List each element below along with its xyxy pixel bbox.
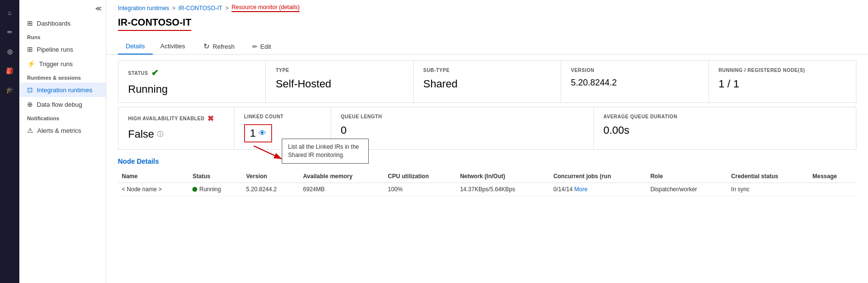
card-running-nodes: RUNNING / REGISTERED NODE(S) 1 / 1 [709, 61, 856, 102]
tooltip-container: List all the Linked IRs in the Shared IR… [249, 143, 288, 164]
card-version: VERSION 5.20.8244.2 [561, 61, 709, 102]
breadcrumb: Integration runtimes > IR-CONTOSO-IT > R… [106, 0, 868, 16]
eye-icon[interactable]: 👁 [259, 129, 266, 138]
sidebar-collapse-button[interactable]: ≪ [19, 4, 106, 16]
alerts-metrics-icon: ⚠ [27, 127, 33, 134]
breadcrumb-integration-runtimes[interactable]: Integration runtimes [118, 5, 169, 12]
graduate-nav-icon[interactable]: 🎓 [1, 81, 18, 99]
row-version: 5.20.8244.2 [242, 183, 299, 196]
integration-runtimes-icon: ⊡ [27, 86, 33, 94]
home-nav-icon[interactable]: ⌂ [1, 4, 18, 21]
row-cpu-utilization: 100% [384, 183, 456, 196]
status-value: Running [128, 83, 256, 96]
breadcrumb-sep-2: > [225, 5, 229, 12]
queue-length-value: 0 [341, 124, 584, 137]
table-row: < Node name > Running 5.20.8244.2 6924MB… [118, 183, 856, 196]
col-name: Name [118, 170, 188, 183]
high-availability-label: HIGH AVAILABILITY ENABLED [128, 116, 204, 121]
row-network: 14.37KBps/5.64KBps [456, 183, 550, 196]
main-content: Integration runtimes > IR-CONTOSO-IT > R… [106, 0, 868, 283]
node-table: Name Status Version Available memory CPU… [118, 170, 856, 196]
row-concurrent-jobs: 0/14/14 More [550, 183, 647, 196]
linked-count-box[interactable]: 1 👁 [244, 124, 272, 142]
cards-row-2: HIGH AVAILABILITY ENABLED ✖ False ⓘ LINK… [118, 107, 856, 150]
card-type: TYPE Self-Hosted [266, 61, 413, 102]
col-version: Version [242, 170, 299, 183]
version-label: VERSION [571, 68, 594, 73]
tooltip-box: List all the Linked IRs in the Shared IR… [282, 139, 369, 164]
sidebar-item-trigger-runs[interactable]: ⚡ Trigger runs [19, 57, 106, 71]
col-message: Message [809, 170, 856, 183]
breadcrumb-ir-contoso-it[interactable]: IR-CONTOSO-IT [178, 5, 222, 12]
svg-line-1 [254, 146, 282, 159]
queue-length-label: QUEUE LENGTH [341, 114, 382, 119]
row-available-memory: 6924MB [299, 183, 384, 196]
breadcrumb-sep-1: > [172, 5, 175, 12]
data-flow-debug-icon: ⊕ [27, 100, 33, 108]
refresh-button[interactable]: ↻ Refresh [197, 39, 242, 54]
tooltip-text: List all the Linked IRs in the Shared IR… [288, 143, 359, 158]
edit-nav-icon[interactable]: ✏ [1, 23, 18, 41]
status-label: STATUS [128, 71, 148, 76]
sidebar-section-runs: Runs [19, 30, 106, 42]
refresh-icon: ↻ [203, 42, 210, 51]
row-name: < Node name > [118, 183, 188, 196]
col-credential-status: Credential status [727, 170, 809, 183]
tab-activities[interactable]: Activities [153, 39, 193, 55]
linked-count-number: 1 [250, 127, 256, 140]
row-status: Running [188, 183, 242, 196]
refresh-label: Refresh [213, 43, 235, 50]
linked-count-label: LINKED COUNT [244, 114, 284, 119]
avg-queue-duration-label: AVERAGE QUEUE DURATION [604, 114, 678, 119]
pipeline-runs-icon: ⊞ [27, 45, 33, 53]
running-dot [192, 187, 197, 192]
breadcrumb-current: Resource monitor (details) [231, 4, 300, 12]
version-value: 5.20.8244.2 [571, 78, 698, 88]
sidebar-icon-nav: ⌂ ✏ ◎ 🎒 🎓 [0, 0, 19, 283]
status-ok-icon: ✔ [151, 68, 159, 78]
col-available-memory: Available memory [299, 170, 384, 183]
sub-type-label: SUB-TYPE [423, 68, 450, 73]
sub-type-value: Shared [423, 78, 551, 90]
sidebar-item-integration-runtimes[interactable]: ⊡ Integration runtimes [19, 83, 106, 97]
sidebar-pipeline-runs-label: Pipeline runs [37, 46, 73, 53]
card-sub-type: SUB-TYPE Shared [414, 61, 561, 102]
card-status: STATUS ✔ Running [118, 61, 266, 102]
node-details-section: Node Details Name Status Version Availab… [106, 157, 868, 196]
tab-details[interactable]: Details [118, 39, 153, 55]
edit-button[interactable]: ✏ Edit [246, 40, 278, 53]
briefcase-nav-icon[interactable]: 🎒 [1, 62, 18, 79]
trigger-runs-icon: ⚡ [27, 60, 35, 68]
col-network: Network (In/Out) [456, 170, 550, 183]
card-queue-length: QUEUE LENGTH 0 [331, 107, 594, 149]
sidebar-alerts-metrics-label: Alerts & metrics [37, 127, 81, 134]
row-message [809, 183, 856, 196]
edit-label: Edit [260, 43, 271, 50]
sidebar-item-pipeline-runs[interactable]: ⊞ Pipeline runs [19, 42, 106, 57]
sidebar-item-dashboards[interactable]: ⊞ Dashboards [19, 16, 106, 30]
running-nodes-label: RUNNING / REGISTERED NODE(S) [719, 68, 805, 73]
false-info-icon[interactable]: ⓘ [157, 130, 163, 139]
sidebar-dashboards-label: Dashboards [37, 20, 71, 27]
running-nodes-value: 1 / 1 [719, 78, 846, 90]
row-credential-status: In sync [727, 183, 809, 196]
edit-icon: ✏ [252, 43, 258, 50]
high-availability-value: False ⓘ [128, 128, 224, 141]
card-avg-queue-duration: AVERAGE QUEUE DURATION 0.00s [594, 107, 856, 149]
sidebar-integration-runtimes-label: Integration runtimes [37, 86, 92, 94]
col-concurrent-jobs: Concurrent jobs (run [550, 170, 647, 183]
card-high-availability: HIGH AVAILABILITY ENABLED ✖ False ⓘ [118, 107, 234, 149]
col-status: Status [188, 170, 242, 183]
sidebar-item-data-flow-debug[interactable]: ⊕ Data flow debug [19, 97, 106, 112]
sidebar-item-alerts-metrics[interactable]: ⚠ Alerts & metrics [19, 123, 106, 138]
col-role: Role [647, 170, 727, 183]
monitor-nav-icon[interactable]: ◎ [1, 42, 18, 60]
tabs-bar: Details Activities ↻ Refresh ✏ Edit [106, 35, 868, 55]
type-label: TYPE [275, 68, 289, 73]
sidebar-panel: ≪ ⊞ Dashboards Runs ⊞ Pipeline runs ⚡ Tr… [19, 0, 106, 283]
dashboards-icon: ⊞ [27, 19, 33, 27]
more-link[interactable]: More [574, 186, 587, 193]
high-availability-err-icon: ✖ [207, 114, 214, 123]
page-title: IR-CONTOSO-IT [118, 17, 191, 29]
sidebar-trigger-runs-label: Trigger runs [39, 60, 73, 68]
